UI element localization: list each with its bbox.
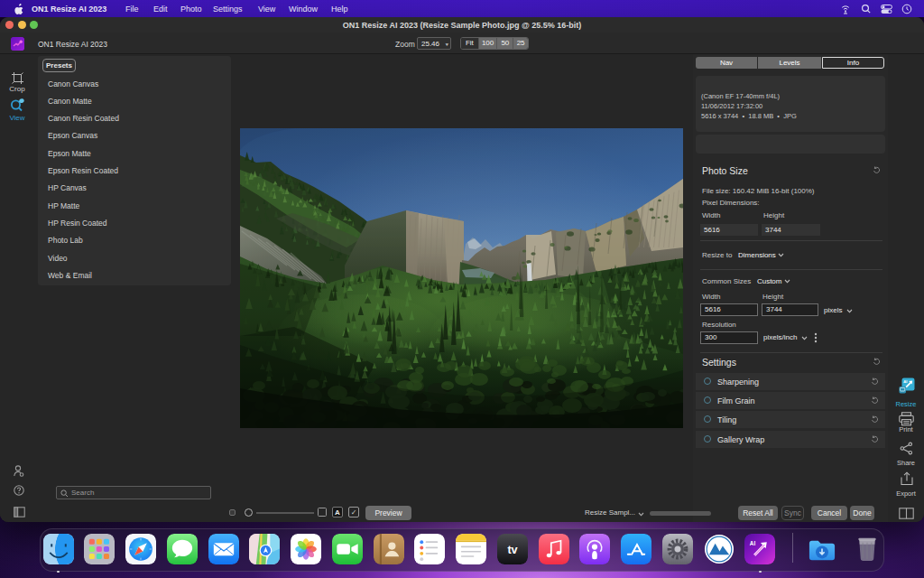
svg-text:tv: tv [507,543,517,555]
svg-text:AI: AI [903,379,907,384]
svg-text:AI: AI [750,539,756,545]
